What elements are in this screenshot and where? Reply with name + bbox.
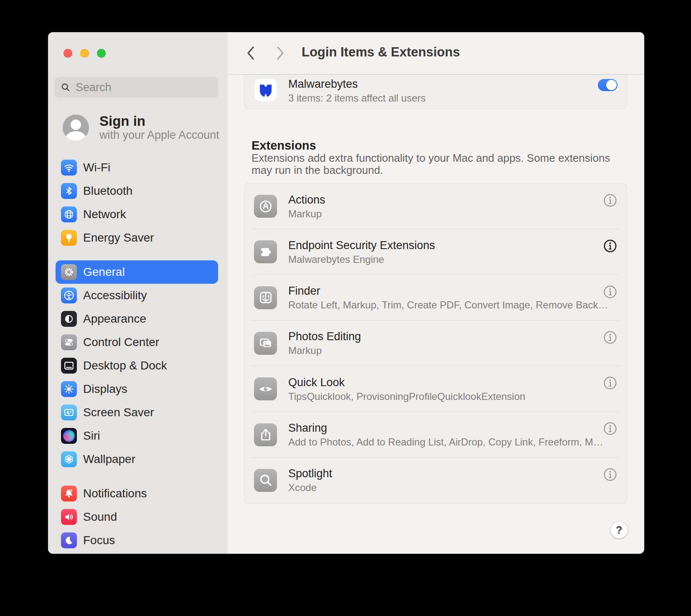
- sign-in-title: Sign in: [99, 114, 219, 129]
- extension-name: Sharing: [288, 422, 589, 434]
- gear-icon: [61, 264, 77, 280]
- login-item-name: Malwarebytes: [288, 77, 358, 91]
- sidebar-item-label: Sound: [83, 510, 117, 524]
- eye-icon: [254, 377, 277, 400]
- extension-name: Finder: [288, 285, 589, 297]
- photos-icon: [254, 332, 277, 355]
- malwarebytes-toggle[interactable]: [598, 79, 617, 91]
- help-button[interactable]: ?: [611, 522, 627, 538]
- sidebar-item-label: Accessibility: [83, 289, 147, 302]
- avatar: [63, 115, 89, 141]
- info-button[interactable]: [603, 422, 617, 435]
- sidebar-item-network[interactable]: Network: [56, 203, 218, 226]
- sidebar-item-wallpaper[interactable]: Wallpaper: [56, 448, 218, 471]
- sidebar-item-label: Appearance: [83, 312, 146, 326]
- content-scroll-area[interactable]: Malwarebytes 3 items: 2 items affect all…: [228, 75, 644, 554]
- extension-row-finder[interactable]: Finder Rotate Left, Markup, Trim, Create…: [244, 275, 627, 321]
- bluetooth-icon: [61, 183, 77, 199]
- sidebar: Search Sign in with your Apple Account W…: [48, 32, 228, 554]
- login-item-detail: 3 items: 2 items affect all users: [288, 92, 426, 104]
- sidebar-item-energy-saver[interactable]: Energy Saver: [56, 226, 218, 249]
- extension-row-spotlight[interactable]: Spotlight Xcode: [244, 458, 627, 503]
- sidebar-item-label: Notifications: [83, 487, 147, 500]
- speaker-icon: [61, 509, 77, 525]
- extensions-description: Extensions add extra functionality to yo…: [252, 152, 619, 176]
- sidebar-item-label: Energy Saver: [83, 231, 154, 244]
- extension-detail: Add to Photos, Add to Reading List, AirD…: [288, 436, 589, 448]
- sidebar-item-label: Siri: [83, 429, 100, 443]
- sidebar-item-screen-saver[interactable]: Screen Saver: [56, 401, 218, 424]
- close-button[interactable]: [64, 49, 72, 58]
- sidebar-item-label: Focus: [83, 534, 115, 547]
- sidebar-nav: Wi-Fi Bluetooth Network Energy Saver: [56, 156, 218, 552]
- accessibility-icon: [61, 288, 77, 303]
- flower-icon: [61, 451, 77, 467]
- toggle-knob: [606, 80, 617, 90]
- sidebar-item-label: Screen Saver: [83, 406, 154, 419]
- extension-detail: Malwarebytes Engine: [288, 254, 435, 265]
- finder-icon: [254, 286, 277, 309]
- info-button[interactable]: [603, 468, 617, 481]
- sidebar-item-focus[interactable]: Focus: [56, 529, 218, 552]
- extension-name: Actions: [288, 193, 325, 206]
- zoom-button[interactable]: [97, 49, 106, 58]
- sidebar-item-label: Bluetooth: [83, 184, 132, 198]
- malwarebytes-icon: [254, 79, 277, 102]
- info-button[interactable]: [603, 331, 617, 344]
- sidebar-item-label: General: [83, 265, 125, 279]
- extension-detail: Markup: [288, 208, 325, 219]
- sidebar-item-notifications[interactable]: Notifications: [56, 482, 218, 505]
- extension-detail: Markup: [288, 345, 361, 356]
- login-item-row-malwarebytes[interactable]: Malwarebytes 3 items: 2 items affect all…: [244, 75, 627, 109]
- sidebar-item-label: Wallpaper: [83, 453, 135, 466]
- extension-row-quick-look[interactable]: Quick Look TipsQuicklook, ProvisoningPro…: [244, 366, 627, 412]
- sun-icon: [61, 381, 77, 397]
- info-button[interactable]: [603, 193, 617, 207]
- sidebar-item-wifi[interactable]: Wi-Fi: [56, 156, 218, 179]
- moon-icon: [61, 532, 77, 548]
- magnifier-icon: [254, 469, 277, 492]
- extension-row-endpoint-security[interactable]: Endpoint Security Extensions Malwarebyte…: [244, 229, 627, 275]
- content-pane: Login Items & Extensions Malwarebytes 3 …: [228, 32, 644, 554]
- traffic-lights: [64, 49, 106, 58]
- extension-detail: TipsQuicklook, ProvisoningProfileQuicklo…: [288, 391, 525, 402]
- sidebar-item-siri[interactable]: Siri: [56, 424, 218, 448]
- extension-name: Endpoint Security Extensions: [288, 239, 435, 252]
- info-button[interactable]: [603, 376, 617, 390]
- sidebar-item-displays[interactable]: Displays: [56, 377, 218, 401]
- sidebar-item-control-center[interactable]: Control Center: [56, 331, 218, 354]
- page-title: Login Items & Extensions: [302, 45, 460, 60]
- share-icon: [254, 423, 277, 446]
- info-button[interactable]: [603, 285, 617, 299]
- info-button-emphasized[interactable]: [603, 239, 617, 253]
- search-input[interactable]: Search: [55, 77, 218, 98]
- sidebar-item-accessibility[interactable]: Accessibility: [56, 284, 218, 307]
- extension-row-photos-editing[interactable]: Photos Editing Markup: [244, 321, 627, 366]
- extension-row-actions[interactable]: Actions Markup: [244, 183, 627, 229]
- control-center-icon: [61, 334, 77, 350]
- search-placeholder: Search: [76, 81, 112, 94]
- sidebar-item-label: Desktop & Dock: [83, 359, 167, 372]
- sidebar-item-bluetooth[interactable]: Bluetooth: [56, 179, 218, 203]
- extension-detail: Rotate Left, Markup, Trim, Create PDF, C…: [288, 299, 589, 311]
- sidebar-item-appearance[interactable]: Appearance: [56, 307, 218, 331]
- siri-orb-icon: [61, 428, 77, 444]
- minimize-button[interactable]: [80, 49, 89, 58]
- back-button[interactable]: [244, 44, 258, 62]
- extension-name: Photos Editing: [288, 330, 361, 343]
- sidebar-item-general[interactable]: General: [56, 260, 218, 284]
- sidebar-item-sound[interactable]: Sound: [56, 505, 218, 529]
- sidebar-group-gap: [56, 249, 218, 260]
- forward-button[interactable]: [273, 44, 287, 62]
- sign-in-subtitle: with your Apple Account: [99, 129, 219, 142]
- sidebar-item-label: Network: [83, 208, 126, 221]
- globe-icon: [61, 206, 77, 222]
- sidebar-item-label: Wi-Fi: [83, 161, 110, 174]
- search-icon: [61, 82, 71, 92]
- sign-in-row[interactable]: Sign in with your Apple Account: [63, 114, 219, 142]
- system-settings-window: Search Sign in with your Apple Account W…: [48, 32, 644, 554]
- screen-saver-icon: [61, 405, 77, 420]
- sidebar-item-desktop-dock[interactable]: Desktop & Dock: [56, 354, 218, 377]
- extension-row-sharing[interactable]: Sharing Add to Photos, Add to Reading Li…: [244, 412, 627, 457]
- extension-detail: Xcode: [288, 482, 332, 493]
